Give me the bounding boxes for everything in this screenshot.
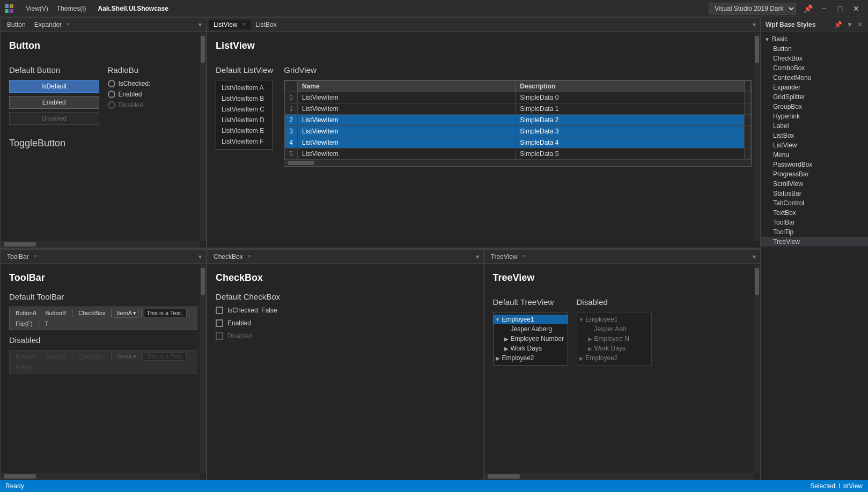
sidebar-item-tooltip[interactable]: ToolTip: [761, 227, 868, 237]
sidebar-item-scrollview[interactable]: ScrollView: [761, 179, 868, 189]
sidebar-item-checkbox[interactable]: CheckBox: [761, 54, 868, 63]
treeview-panel-vscroll[interactable]: [754, 265, 760, 473]
default-treeview-box[interactable]: ▼ Employee1 Jesper Aaberg ▶ Employee Num…: [493, 312, 568, 366]
toolbar-strip-enabled[interactable]: ButtonA ButtonB CheckBox ItemA ▾ File(F): [9, 307, 197, 330]
toolbar-panel-more[interactable]: ▾: [196, 253, 204, 260]
tree-employee1[interactable]: ▼ Employee1: [494, 315, 568, 324]
default-listview[interactable]: ListViewItem A ListViewItem B ListViewIt…: [216, 80, 273, 150]
right-sidebar: Wpf Base Styles 📌 ▼ ✕ ▼ Basic ButtonChec…: [761, 17, 868, 480]
toolbar-dropdown[interactable]: ItemA ▾: [114, 309, 139, 318]
checkbox-panel-more[interactable]: ▾: [474, 253, 481, 260]
sidebar-item-gridsplitter[interactable]: GridSplitter: [761, 92, 868, 102]
table-row[interactable]: 1 ListViewItem SimpleData 1: [285, 103, 751, 115]
sidebar-expand-btn[interactable]: ▼: [845, 21, 854, 28]
sidebar-item-passwordbox[interactable]: PasswordBox: [761, 160, 868, 169]
checkbox-enabled[interactable]: Enabled: [216, 319, 475, 327]
toolbar-textbox[interactable]: [144, 309, 187, 317]
list-item[interactable]: ListViewItem C: [216, 104, 273, 115]
pin-button[interactable]: 📌: [800, 2, 815, 15]
checkbox-tab-label: CheckBox: [214, 253, 243, 260]
maximize-button[interactable]: □: [833, 2, 848, 15]
table-row[interactable]: 5 ListViewItem SimpleData 5: [285, 148, 751, 160]
list-item[interactable]: ListViewItem A: [216, 83, 273, 93]
isdefault-button[interactable]: IsDefault: [9, 80, 99, 93]
listview-tab-close[interactable]: ×: [240, 21, 247, 28]
gridview-table[interactable]: Name Description 0 ListViewItem SimpleDa…: [284, 80, 751, 160]
col-name[interactable]: Name: [297, 81, 515, 92]
listview-tab-label: ListView: [214, 21, 237, 28]
listbox-tab[interactable]: ListBox: [251, 20, 281, 29]
toolbar-tab[interactable]: ToolBar ×: [3, 252, 43, 262]
toolbar-btn-a[interactable]: ButtonA: [12, 308, 40, 318]
disabled-treeview-box: ▼ Employee1 Jesper Aab ▶ Employee N: [577, 312, 652, 366]
sidebar-item-statusbar[interactable]: StatusBar: [761, 189, 868, 198]
table-row[interactable]: 0 ListViewItem SimpleData 0: [285, 92, 751, 103]
radio-enabled[interactable]: Enabled: [108, 91, 198, 98]
sidebar-item-button[interactable]: Button: [761, 44, 868, 54]
list-item[interactable]: ListViewItem D: [216, 115, 273, 125]
checkbox-tab-close[interactable]: ×: [246, 253, 253, 260]
row-num: 0: [285, 92, 298, 103]
list-item[interactable]: ListViewItem E: [216, 125, 273, 136]
sidebar-item-label[interactable]: Label: [761, 121, 868, 131]
table-row[interactable]: 3 ListViewItem SimpleData 3: [285, 126, 751, 137]
tree-employee2[interactable]: ▶ Employee2: [494, 353, 568, 363]
sidebar-item-contextmenu[interactable]: ContextMenu: [761, 73, 868, 83]
sidebar-item-progressbar[interactable]: ProgressBar: [761, 169, 868, 179]
table-row[interactable]: 4 ListViewItem SimpleData 4: [285, 137, 751, 148]
enabled-button[interactable]: Enabled: [9, 96, 99, 109]
button-panel-hscroll[interactable]: [1, 241, 200, 248]
toolbar-checkbox[interactable]: CheckBox: [75, 308, 109, 318]
sidebar-close-btn[interactable]: ✕: [856, 21, 864, 28]
sidebar-item-expander[interactable]: Expander: [761, 83, 868, 92]
button-tab[interactable]: Button: [3, 20, 30, 29]
tree-jesper[interactable]: Jesper Aaberg: [494, 324, 568, 334]
listview-panel-more[interactable]: ▾: [751, 21, 758, 28]
checkbox-tab[interactable]: CheckBox ×: [209, 252, 257, 262]
menu-view[interactable]: View(V): [23, 4, 52, 13]
sidebar-item-combobox[interactable]: ComboBox: [761, 63, 868, 73]
col-description[interactable]: Description: [516, 81, 745, 92]
expander-tab[interactable]: Expander ×: [30, 20, 76, 29]
treeview-panel-hscroll[interactable]: [484, 473, 754, 480]
status-bar: Ready Selected: ListView: [0, 480, 868, 492]
radio-disabled-label: Disabled: [119, 101, 144, 109]
sidebar-item-toolbar[interactable]: ToolBar: [761, 218, 868, 227]
theme-selector[interactable]: Visual Studio 2019 Dark: [709, 3, 796, 14]
toolbar-btn-b[interactable]: ButtonB: [41, 308, 70, 318]
sidebar-item-hyperlink[interactable]: Hyperlink: [761, 111, 868, 121]
tree-work-days[interactable]: ▶ Work Days: [494, 344, 568, 353]
treeview-tab-close[interactable]: ×: [521, 253, 527, 260]
button-panel-more[interactable]: ▾: [196, 21, 204, 28]
sidebar-item-textbox[interactable]: TextBox: [761, 208, 868, 218]
button-panel-vscroll[interactable]: [200, 33, 206, 241]
toolbar-file[interactable]: File(F): [12, 319, 36, 329]
sidebar-item-groupbox[interactable]: GroupBox: [761, 102, 868, 111]
close-button[interactable]: ✕: [849, 2, 864, 15]
treeview-panel-more[interactable]: ▾: [751, 253, 758, 260]
minimize-button[interactable]: −: [816, 2, 832, 15]
toolbar-tab-close[interactable]: ×: [32, 253, 39, 260]
sidebar-item-listbox[interactable]: ListBox: [761, 131, 868, 140]
sidebar-item-menu[interactable]: Menu: [761, 150, 868, 160]
list-item[interactable]: ListViewItem B: [216, 93, 273, 104]
toolbar-panel-vscroll[interactable]: [200, 265, 206, 473]
table-row[interactable]: 2 ListViewItem SimpleData 2: [285, 115, 751, 126]
menu-themes[interactable]: Themes(I): [54, 4, 90, 13]
checkbox-ischecked[interactable]: IsChecked: False: [216, 307, 475, 314]
listview-panel-vscroll[interactable]: [754, 33, 760, 241]
tree-employee-number[interactable]: ▶ Employee Number: [494, 334, 568, 344]
toolbar-t-btn[interactable]: T: [41, 319, 53, 329]
row-desc: SimpleData 2: [516, 115, 745, 126]
treeview-tab[interactable]: TreeView ×: [487, 252, 532, 262]
listview-tab[interactable]: ListView ×: [209, 20, 251, 29]
sidebar-item-listview[interactable]: ListView: [761, 140, 868, 150]
expander-tab-close[interactable]: ×: [65, 21, 71, 28]
sidebar-item-tabcontrol[interactable]: TabControl: [761, 198, 868, 208]
sidebar-category-basic[interactable]: ▼ Basic: [761, 34, 868, 44]
list-item[interactable]: ListViewItem F: [216, 136, 273, 147]
sidebar-pin-btn[interactable]: 📌: [833, 21, 843, 28]
sidebar-item-treeview[interactable]: TreeView: [761, 237, 868, 247]
toolbar-panel-hscroll[interactable]: [1, 473, 200, 480]
radio-ischecked[interactable]: IsChecked:: [108, 80, 198, 87]
